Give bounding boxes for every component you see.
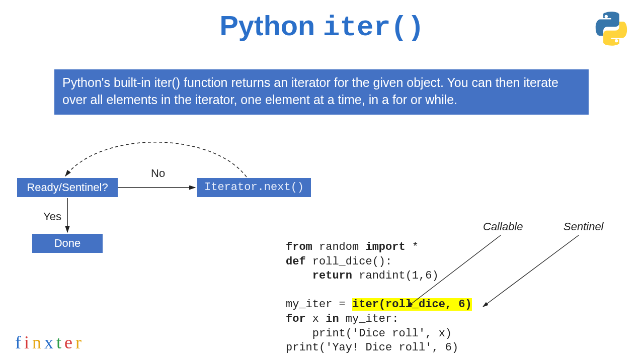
title-prefix: Python (220, 10, 323, 41)
brand-c6: e (64, 332, 75, 352)
python-logo-icon (594, 11, 629, 46)
sentinel-label: Sentinel (564, 220, 604, 233)
kw-import: import (365, 241, 405, 253)
flow-no-label: No (151, 167, 165, 180)
flow-next-box: Iterator.next() (197, 178, 311, 197)
code-l3c: randint(1,6) (352, 269, 439, 282)
flow-next-label: Iterator.next() (204, 181, 304, 194)
code-highlight: iter(roll_dice, 6) (352, 298, 472, 311)
svg-line-3 (483, 235, 579, 307)
code-l6d: my_iter: (339, 313, 399, 325)
brand-c1: f (15, 332, 24, 352)
kw-from: from (286, 241, 312, 253)
kw-return: return (312, 269, 352, 282)
code-l1d: * (406, 241, 419, 253)
brand-c7: r (75, 332, 85, 352)
code-l8: print('Yay! Dice roll', 6) (286, 341, 458, 354)
brand-c5: t (56, 332, 64, 352)
kw-for: for (286, 313, 306, 325)
code-block: from random import * def roll_dice(): re… (286, 240, 472, 355)
flow-sentinel-box: Ready/Sentinel? (17, 178, 118, 197)
kw-in: in (326, 313, 339, 325)
flow-done-box: Done (32, 234, 103, 253)
code-l6b: x (306, 313, 326, 325)
code-l1b: random (312, 241, 366, 253)
title-mono: iter() (323, 12, 425, 44)
code-l7: print('Dice roll', x) (286, 327, 452, 340)
flow-done-label: Done (54, 237, 81, 249)
description-text: Python's built-in iter() function return… (62, 75, 558, 107)
brand-c2: i (24, 332, 32, 352)
brand-finxter: finxter (15, 332, 85, 353)
flow-sentinel-label: Ready/Sentinel? (27, 181, 108, 194)
code-l5a: my_iter = (286, 298, 352, 311)
brand-c3: n (32, 332, 44, 352)
brand-c4: x (44, 332, 56, 352)
callable-label: Callable (483, 220, 523, 233)
page-title: Python iter() (0, 9, 644, 44)
code-l3a (286, 269, 312, 282)
kw-def: def (286, 255, 306, 268)
flow-yes-label: Yes (43, 210, 61, 223)
description-box: Python's built-in iter() function return… (54, 69, 589, 115)
code-l2b: roll_dice(): (306, 255, 392, 268)
